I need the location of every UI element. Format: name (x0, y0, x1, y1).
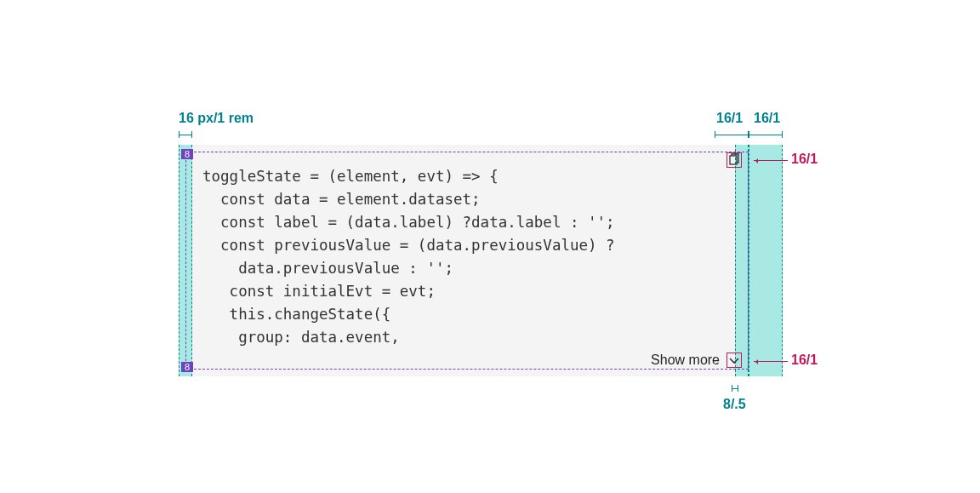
dim-top-r2-label: 16/1 (754, 111, 780, 126)
dim-top-r2-bracket (749, 131, 783, 138)
code-line: this.changeState({ (202, 306, 390, 323)
spec-canvas: 16 px/1 rem 16/1 16/1 8 8 toggleState = … (0, 0, 980, 493)
copy-icon (727, 153, 741, 167)
dim-left-label: 16 px/1 rem (179, 111, 254, 126)
code-line: const initialEvt = evt; (202, 283, 436, 300)
svg-rect-0 (730, 156, 737, 164)
code-snippet-container: 8 8 toggleState = (element, evt) => { co… (179, 145, 783, 376)
dim-bottom-label: 8/.5 (723, 397, 746, 412)
padding-guide-left (179, 145, 192, 376)
padding-guide-outer-right (749, 145, 783, 376)
dim-top-r1-bracket (715, 131, 749, 138)
dim-copy-label: 16/1 (791, 152, 818, 167)
code-line: const data = element.dataset; (202, 191, 481, 208)
dim-chev-label: 16/1 (791, 353, 818, 368)
leader-copy-icon (754, 160, 788, 161)
dim-left-bracket (179, 131, 192, 138)
dim-top-r1-label: 16/1 (716, 111, 743, 126)
show-more-label[interactable]: Show more (651, 353, 720, 368)
show-more-toggle[interactable] (726, 353, 742, 368)
code-line: data.previousValue : ''; (202, 260, 453, 277)
code-line: const label = (data.label) ?data.label :… (202, 214, 615, 231)
copy-button[interactable] (726, 152, 742, 168)
leader-chevron-icon (754, 361, 788, 362)
dim-bottom-bracket (732, 385, 738, 392)
code-line: group: data.event, (202, 329, 400, 346)
chevron-down-icon (727, 353, 741, 367)
padding-guide-inner-right (735, 145, 749, 376)
code-line: const previousValue = (data.previousValu… (202, 237, 615, 254)
code-line: toggleState = (element, evt) => { (202, 168, 499, 185)
code-block: toggleState = (element, evt) => { const … (202, 165, 615, 349)
